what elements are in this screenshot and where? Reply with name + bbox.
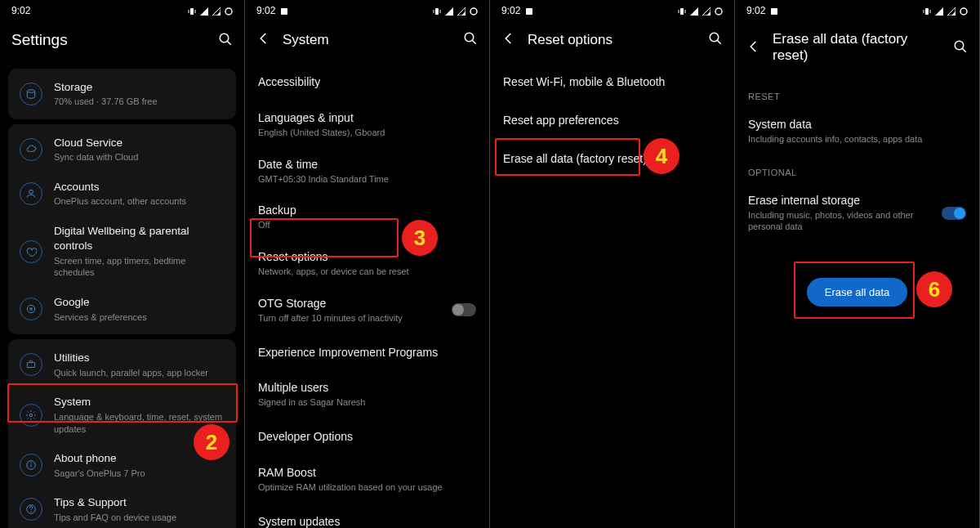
svg-rect-34 — [925, 8, 929, 15]
status-bar: 9:02 — [735, 0, 979, 21]
item-wellbeing[interactable]: Digital Wellbeing & parental controlsScr… — [8, 216, 236, 287]
svg-point-10 — [29, 414, 33, 417]
signal2-icon — [212, 7, 220, 15]
svg-point-22 — [465, 33, 474, 42]
svg-point-29 — [715, 8, 722, 15]
svg-point-38 — [955, 41, 964, 50]
row-erase-internal[interactable]: Erase internal storageIncluding music, p… — [735, 184, 979, 243]
svg-point-33 — [773, 10, 774, 11]
svg-line-31 — [717, 40, 721, 44]
signal2-icon — [947, 7, 956, 15]
row-erase-all[interactable]: Erase all data (factory reset) — [490, 140, 734, 178]
signal2-icon — [457, 7, 466, 15]
storage-card: Storage70% used · 37.76 GB free — [8, 69, 236, 119]
back-icon[interactable] — [501, 31, 516, 48]
row-ramboost[interactable]: RAM BoostOptimize RAM utilization based … — [245, 456, 489, 503]
vibrate-icon — [923, 7, 931, 15]
svg-rect-36 — [930, 10, 931, 13]
screenshot-icon — [770, 7, 778, 15]
screenshot-icon — [280, 7, 288, 15]
settings-group-2: UtilitiesQuick launch, parallel apps, ap… — [8, 339, 236, 528]
cloud-icon — [20, 138, 42, 161]
page-header: Settings — [0, 21, 244, 64]
status-bar: 9:02 — [245, 0, 489, 21]
svg-line-5 — [227, 41, 231, 45]
svg-point-15 — [31, 512, 32, 512]
erase-all-button[interactable]: Erase all data — [807, 278, 908, 307]
svg-point-4 — [220, 34, 229, 43]
vibrate-icon — [188, 7, 196, 15]
search-icon[interactable] — [708, 31, 723, 48]
back-icon[interactable] — [746, 39, 761, 56]
svg-rect-28 — [685, 10, 686, 13]
row-languages[interactable]: Languages & inputEnglish (United States)… — [245, 101, 489, 148]
row-experience[interactable]: Experience Improvement Programs — [245, 333, 489, 372]
row-otg[interactable]: OTG StorageTurn off after 10 minutes of … — [245, 287, 489, 333]
signal2-icon — [702, 7, 710, 15]
page-header: System — [245, 21, 489, 63]
signal-icon — [690, 7, 698, 15]
battery-icon — [715, 7, 723, 15]
search-icon[interactable] — [463, 31, 478, 48]
row-accessibility[interactable]: Accessibility — [245, 63, 489, 101]
screen-system: 9:02 System Accessibility Languages & in… — [245, 0, 490, 528]
item-google[interactable]: GoogleServices & preferences — [8, 287, 236, 331]
svg-point-30 — [710, 33, 719, 42]
svg-rect-1 — [189, 10, 189, 13]
screen-reset-options: 9:02 Reset options Reset Wi-Fi, mobile &… — [490, 0, 735, 528]
settings-group-1: Cloud ServiceSync data with Cloud Accoun… — [8, 124, 236, 334]
question-icon — [20, 498, 42, 521]
item-accounts[interactable]: AccountsOnePlus account, other accounts — [8, 172, 236, 216]
back-icon[interactable] — [256, 31, 271, 48]
svg-rect-20 — [440, 10, 441, 13]
page-title: Erase all data (factory reset) — [773, 31, 942, 64]
step-badge: 3 — [402, 220, 438, 256]
status-time: 9:02 — [11, 5, 30, 16]
section-reset: RESET — [735, 78, 979, 108]
row-datetime[interactable]: Date & timeGMT+05:30 India Standard Time — [245, 148, 489, 195]
item-tips[interactable]: Tips & SupportTips and FAQ on device usa… — [8, 487, 236, 528]
battery-icon — [960, 7, 968, 15]
item-utilities[interactable]: UtilitiesQuick launch, parallel apps, ap… — [8, 342, 236, 387]
svg-point-3 — [225, 8, 232, 15]
erase-button-wrap: Erase all data 6 — [735, 242, 979, 307]
status-bar: 9:02 — [0, 0, 244, 21]
svg-rect-26 — [680, 8, 684, 15]
row-reset-wifi[interactable]: Reset Wi-Fi, mobile & Bluetooth — [490, 63, 734, 101]
signal-icon — [935, 7, 943, 15]
user-icon — [20, 182, 42, 205]
section-optional: OPTIONAL — [735, 154, 979, 184]
page-header: Reset options — [490, 21, 734, 63]
info-icon — [20, 454, 42, 477]
search-icon[interactable] — [953, 39, 968, 56]
status-icons — [433, 7, 478, 15]
svg-rect-19 — [434, 10, 434, 13]
screen-erase-all: 9:02 Erase all data (factory reset) RESE… — [735, 0, 980, 528]
svg-rect-35 — [924, 10, 924, 13]
erase-storage-toggle[interactable] — [942, 207, 966, 220]
row-system-data[interactable]: System dataIncluding accounts info, cont… — [735, 108, 979, 154]
battery-icon — [470, 7, 478, 15]
step-badge: 6 — [916, 271, 952, 307]
search-icon[interactable] — [218, 32, 233, 49]
storage-icon — [20, 83, 42, 105]
storage-row[interactable]: Storage70% used · 37.76 GB free — [8, 72, 236, 116]
row-multiusers[interactable]: Multiple usersSigned in as Sagar Naresh — [245, 371, 489, 418]
otg-toggle[interactable] — [452, 303, 476, 316]
svg-rect-2 — [195, 10, 196, 13]
row-reset-options[interactable]: Reset optionsNetwork, apps, or device ca… — [245, 240, 489, 287]
item-cloud[interactable]: Cloud ServiceSync data with Cloud — [8, 128, 236, 172]
vibrate-icon — [433, 7, 441, 15]
svg-point-37 — [960, 8, 967, 15]
status-time: 9:02 — [501, 5, 520, 16]
page-header: Erase all data (factory reset) — [735, 21, 979, 78]
status-icons — [678, 7, 723, 15]
gear-icon — [20, 404, 42, 427]
svg-line-23 — [472, 40, 476, 44]
row-reset-apps[interactable]: Reset app preferences — [490, 101, 734, 140]
google-icon — [20, 298, 42, 320]
row-sysupdates[interactable]: System updates — [245, 503, 489, 528]
row-backup[interactable]: BackupOff — [245, 194, 489, 240]
row-devoptions[interactable]: Developer Options — [245, 418, 489, 456]
heart-icon — [20, 240, 42, 263]
